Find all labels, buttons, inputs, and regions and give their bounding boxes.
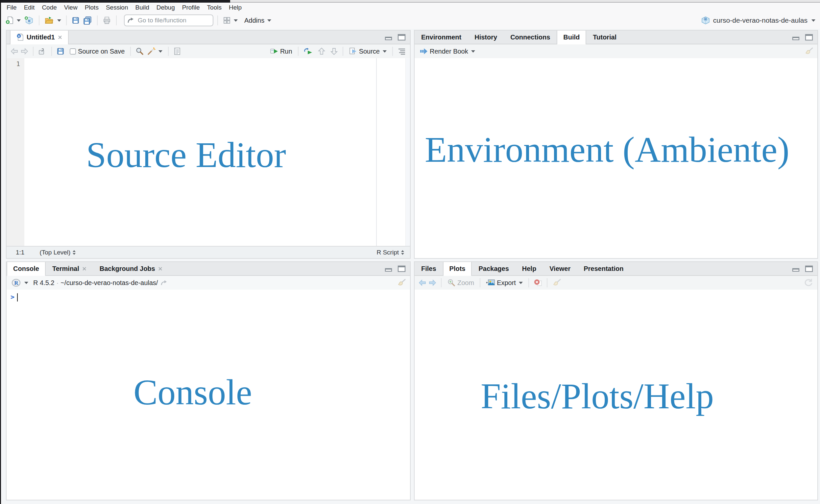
menu-edit[interactable]: Edit: [20, 4, 38, 11]
open-in-new-window-icon[interactable]: [38, 47, 47, 55]
tab-history[interactable]: History: [468, 31, 504, 44]
svg-text:R: R: [18, 35, 20, 38]
tab-plots[interactable]: Plots: [443, 262, 472, 276]
go-previous-section-icon[interactable]: [318, 47, 326, 56]
tab-label: Environment: [421, 34, 461, 41]
tab-build[interactable]: Build: [557, 31, 586, 44]
export-label: Export: [497, 279, 516, 287]
clear-all-plots-icon[interactable]: [552, 278, 561, 287]
tab-tutorial[interactable]: Tutorial: [586, 31, 623, 44]
close-icon[interactable]: [82, 267, 86, 271]
menu-plots[interactable]: Plots: [81, 4, 102, 11]
tab-console[interactable]: Console: [7, 262, 46, 276]
toolbar-separator: [39, 15, 39, 25]
print-button[interactable]: [102, 15, 112, 25]
menu-help[interactable]: Help: [225, 4, 245, 11]
compile-report-icon[interactable]: [173, 47, 181, 56]
save-button[interactable]: [71, 16, 81, 25]
tab-presentation[interactable]: Presentation: [577, 262, 630, 275]
menu-build[interactable]: Build: [132, 4, 153, 11]
run-icon: [270, 47, 278, 55]
back-icon[interactable]: [11, 48, 18, 55]
menu-file[interactable]: File: [3, 4, 20, 11]
menu-session[interactable]: Session: [102, 4, 132, 11]
menu-debug[interactable]: Debug: [153, 4, 179, 11]
goto-file-input[interactable]: [137, 16, 219, 24]
tab-help[interactable]: Help: [516, 262, 543, 275]
files-tabbar: Files Plots Packages Help Viewer Present…: [415, 262, 817, 276]
tab-terminal[interactable]: Terminal: [46, 262, 93, 275]
save-all-button[interactable]: [82, 15, 93, 25]
forward-icon[interactable]: [20, 48, 28, 55]
project-chooser[interactable]: R curso-de-verao-notas-de-aulas: [701, 16, 815, 25]
tab-untitled1[interactable]: R Untitled1: [10, 31, 69, 44]
open-file-button[interactable]: [43, 15, 62, 25]
menu-profile[interactable]: Profile: [179, 4, 204, 11]
checkbox-icon: [69, 48, 76, 55]
tab-label: Untitled1: [27, 34, 55, 41]
minimize-pane-icon[interactable]: [792, 34, 800, 40]
clear-console-icon[interactable]: [397, 278, 406, 287]
main-toolbar: R: [1, 12, 820, 28]
close-icon[interactable]: [158, 267, 162, 271]
new-file-button[interactable]: [4, 15, 22, 25]
source-button[interactable]: Source: [348, 47, 388, 56]
tab-environment[interactable]: Environment: [415, 31, 468, 44]
toolbar-separator: [547, 278, 547, 287]
find-replace-icon[interactable]: [135, 47, 144, 56]
code-tools-button[interactable]: [146, 46, 163, 56]
maximize-pane-icon[interactable]: [397, 34, 406, 41]
document-outline-icon[interactable]: [398, 48, 406, 55]
chevron-down-icon: [17, 19, 21, 22]
file-type-selector[interactable]: R Script: [376, 249, 405, 256]
svg-text:R: R: [28, 19, 31, 23]
tab-label: Tutorial: [593, 34, 616, 41]
toolbar-separator: [33, 47, 34, 56]
zoom-plot-button[interactable]: Zoom: [446, 278, 475, 288]
tab-label: Connections: [510, 34, 550, 41]
chevron-down-icon: [519, 282, 523, 284]
tab-packages[interactable]: Packages: [472, 262, 515, 275]
scope-selector[interactable]: (Top Level): [39, 249, 76, 256]
go-next-section-icon[interactable]: [330, 47, 338, 56]
r-version-selector[interactable]: R: [11, 277, 29, 288]
rerun-icon[interactable]: [303, 47, 313, 55]
refresh-plots-icon[interactable]: [804, 278, 813, 287]
render-book-label: Render Book: [430, 48, 468, 55]
maximize-pane-icon[interactable]: [397, 265, 406, 272]
tab-connections[interactable]: Connections: [504, 31, 557, 44]
open-directory-icon[interactable]: [160, 279, 168, 286]
source-status-bar: 1:1 (Top Level) R Script: [7, 246, 410, 258]
tab-files[interactable]: Files: [415, 262, 443, 275]
next-plot-icon[interactable]: [428, 279, 436, 286]
clear-build-icon[interactable]: [804, 47, 813, 56]
save-icon[interactable]: [57, 47, 64, 55]
editor-scrollbar[interactable]: [405, 58, 410, 246]
export-plot-button[interactable]: Export: [485, 278, 524, 287]
render-book-button[interactable]: Render Book: [419, 47, 476, 56]
minimize-pane-icon[interactable]: [384, 34, 393, 40]
menu-tools[interactable]: Tools: [204, 4, 225, 11]
menu-code[interactable]: Code: [38, 4, 60, 11]
run-button[interactable]: Run: [269, 47, 293, 56]
toolbar-separator: [168, 47, 169, 56]
save-icon: [72, 16, 80, 24]
remove-plot-icon[interactable]: [534, 279, 542, 287]
minimize-pane-icon[interactable]: [792, 265, 800, 272]
tab-viewer[interactable]: Viewer: [543, 262, 577, 275]
new-project-button[interactable]: R: [23, 15, 35, 26]
tab-background-jobs[interactable]: Background Jobs: [93, 262, 169, 275]
goto-arrow-icon: [127, 17, 134, 24]
close-icon[interactable]: [58, 35, 62, 39]
console-prompt: >: [11, 293, 14, 301]
maximize-pane-icon[interactable]: [805, 265, 813, 272]
tab-label: Help: [522, 265, 536, 273]
minimize-pane-icon[interactable]: [384, 265, 393, 272]
console-info-bar: R R 4.5.2 · ~/curso-de-verao-notas-de-au…: [7, 276, 410, 290]
source-on-save-toggle[interactable]: Source on Save: [68, 47, 126, 56]
previous-plot-icon[interactable]: [419, 279, 426, 286]
menu-view[interactable]: View: [60, 4, 81, 11]
maximize-pane-icon[interactable]: [805, 34, 813, 41]
addins-button[interactable]: Addins: [243, 16, 272, 25]
pane-layout-button[interactable]: [222, 16, 239, 25]
